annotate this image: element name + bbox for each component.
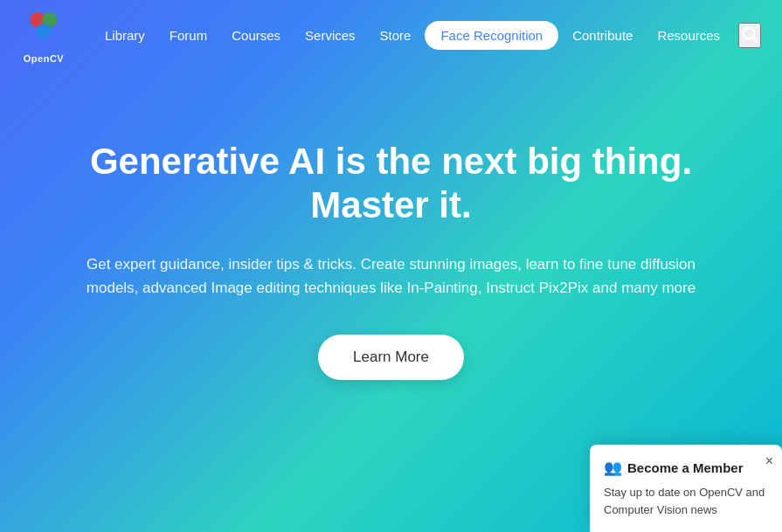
nav-courses[interactable]: Courses xyxy=(221,23,291,48)
member-popup: × 👥 Become a Member Stay up to date on O… xyxy=(590,445,782,532)
nav-links: Library Forum Courses Services Store Fac… xyxy=(94,21,731,50)
logo[interactable]: OpenCV xyxy=(21,6,66,64)
popup-title-text: Become a Member xyxy=(627,460,744,475)
logo-text: OpenCV xyxy=(24,53,64,64)
nav-face-recognition[interactable]: Face Recognition xyxy=(425,21,558,50)
popup-close-button[interactable]: × xyxy=(765,453,773,469)
svg-point-3 xyxy=(34,16,42,24)
nav-services[interactable]: Services xyxy=(294,23,366,48)
svg-point-5 xyxy=(40,27,48,35)
people-icon: 👥 xyxy=(604,459,622,477)
hero-subtitle: Get expert guidance, insider tips & tric… xyxy=(86,252,697,300)
search-button[interactable] xyxy=(738,23,761,48)
nav-forum[interactable]: Forum xyxy=(159,23,218,48)
nav-resources[interactable]: Resources xyxy=(647,23,730,48)
svg-line-7 xyxy=(753,38,758,42)
svg-point-4 xyxy=(46,16,54,24)
nav-contribute[interactable]: Contribute xyxy=(562,23,643,48)
popup-body: Stay up to date on OpenCV and Computer V… xyxy=(604,484,768,518)
nav-library[interactable]: Library xyxy=(94,23,156,48)
learn-more-button[interactable]: Learn More xyxy=(318,335,464,380)
hero-section: Generative AI is the next big thing. Mas… xyxy=(0,70,782,432)
nav-store[interactable]: Store xyxy=(370,23,422,48)
navbar: OpenCV Library Forum Courses Services St… xyxy=(0,0,782,70)
hero-title: Generative AI is the next big thing. Mas… xyxy=(70,140,712,228)
popup-title: 👥 Become a Member xyxy=(604,459,768,477)
